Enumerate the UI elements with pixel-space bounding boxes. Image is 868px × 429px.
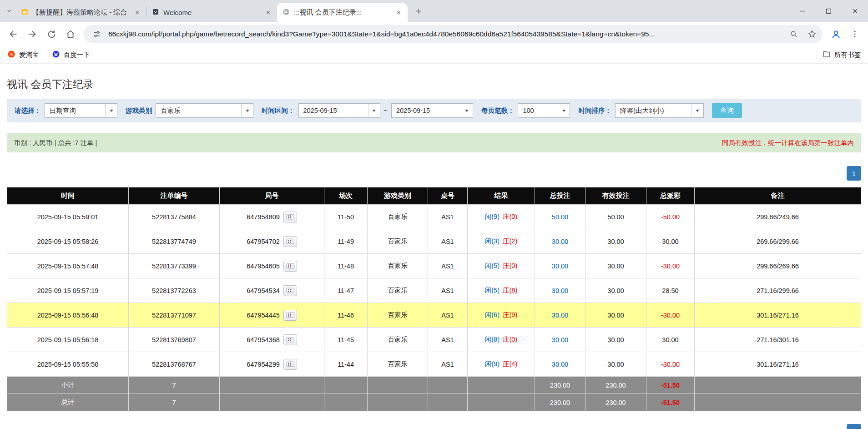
cell-valid-bet: 30.00 bbox=[585, 352, 646, 377]
cell-empty bbox=[368, 394, 428, 411]
date-to-select[interactable]: 2025-09-15 bbox=[391, 103, 473, 118]
close-window-icon[interactable] bbox=[842, 0, 868, 22]
cell-payout: -30.00 bbox=[646, 352, 695, 377]
cell-result: 闲(3)庄(2) bbox=[468, 229, 535, 254]
close-icon[interactable] bbox=[394, 8, 403, 17]
round-number: 647954299 bbox=[247, 361, 280, 368]
zoom-icon[interactable] bbox=[787, 27, 801, 41]
tab-search-chevron-icon[interactable] bbox=[3, 5, 15, 17]
folder-icon bbox=[823, 50, 831, 60]
cell-empty bbox=[695, 394, 861, 411]
minimize-icon[interactable] bbox=[789, 0, 815, 22]
site-settings-tune-icon[interactable] bbox=[90, 27, 104, 41]
date-query-select[interactable]: 日期查询 bbox=[45, 103, 117, 118]
forward-icon[interactable] bbox=[24, 25, 41, 43]
cell-empty bbox=[324, 394, 368, 411]
bookmark-star-icon[interactable] bbox=[805, 27, 819, 41]
filter-bar: 请选择： 日期查询 游戏类别 百家乐 时间区间： 2025-09-15 ~ 20… bbox=[7, 99, 861, 122]
header-bet-id: 注单编号 bbox=[129, 187, 220, 205]
roadmap-icon[interactable] bbox=[283, 285, 297, 296]
game-type-select[interactable]: 百家乐 bbox=[156, 103, 253, 118]
bookmark-baidu[interactable]: 百度一下 bbox=[52, 50, 90, 60]
date-from-select[interactable]: 2025-09-15 bbox=[298, 103, 380, 118]
table-row: 2025-09-15 05:57:19 522813772263 6479545… bbox=[7, 278, 861, 303]
roadmap-icon[interactable] bbox=[283, 310, 297, 321]
cell-valid-bet: 30.00 bbox=[585, 303, 646, 328]
cell-game: 百家乐 bbox=[368, 352, 428, 377]
all-bookmarks-label: 所有书签 bbox=[834, 50, 861, 59]
cell-total-bet-link[interactable]: 30.00 bbox=[535, 278, 585, 303]
cell-total-bet-link[interactable]: 30.00 bbox=[535, 352, 585, 377]
header-total-bet: 总投注 bbox=[535, 187, 585, 205]
cell-total-bet-link[interactable]: 30.00 bbox=[535, 254, 585, 278]
cell-total-bet-link[interactable]: 30.00 bbox=[535, 328, 585, 352]
subtotal-payout: -51.50 bbox=[646, 377, 695, 394]
pagination-page-1-bottom[interactable]: 1 bbox=[847, 424, 861, 429]
summary-notice-text: 同局有效投注，统一计算在该局第一张注单内 bbox=[722, 139, 854, 147]
subtotal-count: 7 bbox=[129, 377, 220, 394]
cell-empty bbox=[220, 377, 324, 394]
table-row: 2025-09-15 05:55:50 522813768767 6479542… bbox=[7, 352, 861, 377]
roadmap-icon[interactable] bbox=[283, 236, 297, 247]
cell-total-bet-link[interactable]: 50.00 bbox=[535, 205, 585, 229]
cell-total-bet-link[interactable]: 30.00 bbox=[535, 229, 585, 254]
round-number: 647954809 bbox=[247, 213, 280, 221]
cell-empty bbox=[428, 394, 468, 411]
cell-total-bet-link[interactable]: 30.00 bbox=[535, 303, 585, 328]
page-content: 视讯 会员下注纪录 请选择： 日期查询 游戏类别 百家乐 时间区间： 2025-… bbox=[0, 77, 868, 429]
tab-welcome[interactable]: Welcome bbox=[146, 3, 277, 22]
bookmark-taobao[interactable]: 淘 爱淘宝 bbox=[7, 50, 39, 60]
result-banker: 庄(9) bbox=[503, 311, 517, 319]
url-text[interactable]: 66cxkj98.com/ipl/portal.php/game/betreco… bbox=[108, 30, 782, 38]
page-size-select[interactable]: 100 bbox=[518, 103, 570, 118]
cell-payout: -30.00 bbox=[646, 303, 695, 328]
maximize-icon[interactable] bbox=[815, 0, 842, 22]
cell-note: 301.16/271.16 bbox=[695, 303, 861, 328]
header-result: 结果 bbox=[468, 187, 535, 205]
refresh-icon[interactable] bbox=[43, 25, 60, 43]
cell-result: 闲(9)庄(4) bbox=[468, 352, 535, 377]
tab-title: :::视讯 会员下注纪录::: bbox=[294, 8, 390, 17]
new-tab-icon[interactable] bbox=[411, 4, 426, 18]
total-label: 总计 bbox=[7, 394, 129, 411]
cell-game: 百家乐 bbox=[368, 229, 428, 254]
cell-time: 2025-09-15 05:57:19 bbox=[7, 278, 129, 303]
home-icon[interactable] bbox=[62, 25, 79, 43]
roadmap-icon[interactable] bbox=[283, 261, 297, 272]
address-bar[interactable]: 66cxkj98.com/ipl/portal.php/game/betreco… bbox=[84, 25, 823, 43]
all-bookmarks-button[interactable]: 所有书签 bbox=[823, 50, 861, 60]
close-icon[interactable] bbox=[132, 8, 141, 17]
cell-valid-bet: 50.00 bbox=[585, 205, 646, 229]
tab-forum[interactable]: 【新提醒】海燕策略论坛 - 综合 bbox=[15, 3, 146, 22]
header-note: 备注 bbox=[695, 187, 861, 205]
search-button[interactable]: 查询 bbox=[712, 103, 742, 118]
pagination-page-1-top[interactable]: 1 bbox=[847, 166, 861, 181]
cell-valid-bet: 30.00 bbox=[585, 254, 646, 278]
back-icon[interactable] bbox=[5, 25, 22, 43]
roadmap-icon[interactable] bbox=[283, 334, 297, 345]
menu-dots-icon[interactable] bbox=[846, 25, 863, 43]
round-number: 647954368 bbox=[247, 336, 280, 343]
summary-bar: 币别 : 人民币 | 总共 :7 注单 | 同局有效投注，统一计算在该局第一张注… bbox=[7, 133, 861, 152]
subtotal-valid-bet: 230.00 bbox=[585, 377, 646, 394]
tab-bet-records[interactable]: :::视讯 会员下注纪录::: bbox=[277, 3, 408, 22]
cell-session: 11-49 bbox=[324, 229, 368, 254]
close-icon[interactable] bbox=[263, 8, 273, 17]
header-valid-bet: 有效投注 bbox=[585, 187, 646, 205]
subtotal-label: 小计 bbox=[7, 377, 129, 394]
total-row: 总计 7 230.00 230.00 -51.50 bbox=[7, 394, 861, 411]
cell-round: 647954445 bbox=[220, 303, 324, 328]
header-table-no: 桌号 bbox=[428, 187, 468, 205]
cell-note: 299.66/249.66 bbox=[695, 205, 861, 229]
sort-order-select[interactable]: 降幂(由大到小) bbox=[615, 103, 704, 118]
cell-valid-bet: 30.00 bbox=[585, 278, 646, 303]
navigation-bar: 66cxkj98.com/ipl/portal.php/game/betreco… bbox=[0, 22, 868, 46]
profile-avatar-icon[interactable] bbox=[827, 25, 844, 43]
roadmap-icon[interactable] bbox=[283, 212, 297, 222]
cell-game: 百家乐 bbox=[368, 254, 428, 278]
cell-time: 2025-09-15 05:59:01 bbox=[7, 205, 129, 229]
cell-bet-id: 522813768767 bbox=[129, 352, 220, 377]
chevron-down-icon bbox=[691, 104, 703, 117]
result-player: 闲(9) bbox=[485, 212, 500, 221]
roadmap-icon[interactable] bbox=[283, 359, 297, 370]
